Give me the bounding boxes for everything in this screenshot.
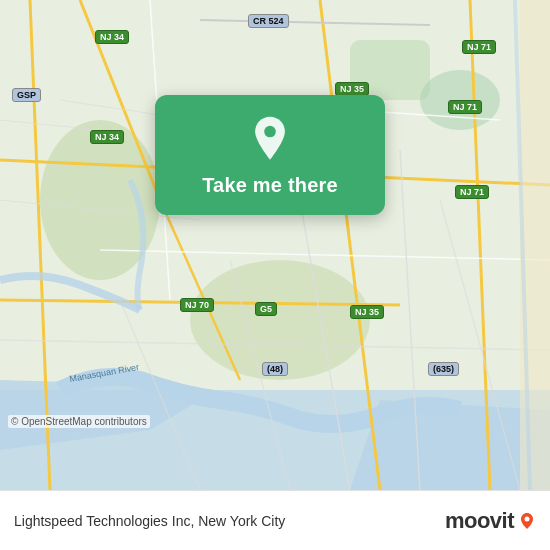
road-badge-gsp: GSP	[12, 88, 41, 102]
moovit-pin-icon	[518, 512, 536, 530]
map-container: Manasquan River NJ 34 CR 524 NJ 71 NJ 35…	[0, 0, 550, 490]
location-label: Lightspeed Technologies Inc, New York Ci…	[14, 513, 285, 529]
road-badge-nj34-mid: NJ 34	[90, 130, 124, 144]
road-badge-nj71-lower: NJ 71	[455, 185, 489, 199]
road-badge-nj71-mid: NJ 71	[448, 100, 482, 114]
road-badge-nj35-lower: NJ 35	[350, 305, 384, 319]
osm-credit: © OpenStreetMap contributors	[8, 415, 150, 428]
road-badge-nj34-top: NJ 34	[95, 30, 129, 44]
road-badge-48: (48)	[262, 362, 288, 376]
road-badge-nj35-upper: NJ 35	[335, 82, 369, 96]
road-badge-635: (635)	[428, 362, 459, 376]
road-badge-gs5: G5	[255, 302, 277, 316]
take-me-there-popup[interactable]: Take me there	[155, 95, 385, 215]
take-me-there-label: Take me there	[202, 173, 338, 197]
svg-point-31	[525, 516, 530, 521]
road-badge-nj71-top: NJ 71	[462, 40, 496, 54]
svg-point-30	[264, 126, 276, 138]
moovit-logo: moovit	[445, 508, 536, 534]
moovit-wordmark: moovit	[445, 508, 514, 534]
road-badge-cr524: CR 524	[248, 14, 289, 28]
road-badge-nj70: NJ 70	[180, 298, 214, 312]
location-pin-icon	[246, 115, 294, 163]
bottom-bar: Lightspeed Technologies Inc, New York Ci…	[0, 490, 550, 550]
